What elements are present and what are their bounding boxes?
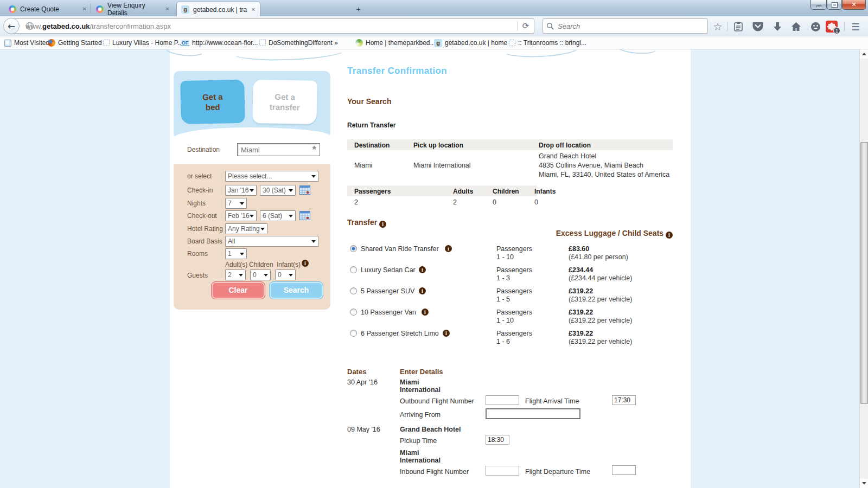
vertical-scrollbar[interactable] bbox=[859, 49, 868, 488]
calendar-icon[interactable] bbox=[299, 185, 310, 195]
tab-view-enquiry[interactable]: View Enquiry Details ✕ bbox=[92, 2, 174, 16]
children-column-label: Children bbox=[249, 261, 273, 268]
checkout-month-dropdown[interactable]: Feb '16 bbox=[225, 210, 257, 221]
arriving-from-input[interactable] bbox=[486, 408, 580, 419]
option-info-icon[interactable]: i bbox=[419, 287, 426, 294]
clear-button[interactable]: Clear bbox=[211, 281, 265, 299]
tab-close-icon[interactable]: ✕ bbox=[165, 6, 170, 12]
calendar-icon[interactable] bbox=[299, 211, 310, 220]
column-header: Destination bbox=[354, 142, 390, 149]
destination-value: Miami bbox=[354, 162, 372, 169]
reload-icon[interactable]: ⟳ bbox=[518, 21, 534, 31]
pickup-time-input[interactable] bbox=[486, 435, 509, 445]
destination-input[interactable]: Miami * bbox=[237, 143, 320, 156]
scrollbar-thumb[interactable] bbox=[860, 142, 868, 404]
adblock-icon[interactable]: 1 bbox=[826, 21, 838, 33]
board-basis-dropdown[interactable]: All bbox=[225, 236, 318, 247]
tab-close-icon[interactable]: ✕ bbox=[251, 7, 256, 12]
bookmark-dosomethingdifferent[interactable]: DoSomethingDifferent » bbox=[259, 38, 338, 48]
enter-details-heading: Enter Details bbox=[400, 368, 443, 376]
bookmark-ocean-flor[interactable]: OF http://www.ocean-flor... bbox=[181, 38, 258, 48]
passenger-range: 1 - 10 bbox=[496, 253, 514, 261]
infants-dropdown[interactable]: 0 bbox=[275, 269, 296, 280]
search-input[interactable] bbox=[557, 22, 704, 31]
excess-info-icon[interactable]: i bbox=[666, 232, 673, 239]
chevron-down-icon bbox=[250, 215, 254, 217]
dropoff-line: 4835 Collins Avenue, Miami Beach bbox=[539, 162, 643, 169]
rooms-dropdown[interactable]: 1 bbox=[225, 248, 247, 259]
download-icon[interactable] bbox=[771, 21, 783, 33]
outbound-flight-input[interactable] bbox=[486, 395, 519, 405]
infants-column-label: Infant(s) bbox=[277, 261, 301, 268]
chevron-down-icon bbox=[264, 274, 268, 277]
dropoff-line: Grand Beach Hotel bbox=[539, 152, 596, 160]
feedback-smiley-icon[interactable] bbox=[809, 21, 821, 33]
transfer-option-radio[interactable] bbox=[350, 309, 357, 316]
inbound-flight-input[interactable] bbox=[486, 466, 519, 476]
children-count: 0 bbox=[493, 198, 496, 206]
board-basis-label: Board Basis bbox=[187, 237, 222, 245]
home-icon[interactable] bbox=[790, 21, 802, 33]
inbound-location: Miami bbox=[400, 449, 419, 457]
passengers-word: Passengers bbox=[496, 245, 532, 253]
transfer-info-icon[interactable]: i bbox=[379, 221, 386, 228]
tab-close-icon[interactable]: ✕ bbox=[82, 6, 87, 12]
search-button[interactable]: Search bbox=[269, 281, 323, 299]
scroll-down-button[interactable] bbox=[860, 479, 868, 488]
checkin-month-dropdown[interactable]: Jan '16 bbox=[225, 185, 257, 196]
option-info-icon[interactable]: i bbox=[445, 245, 452, 252]
bookmark-getting-started[interactable]: Getting Started bbox=[48, 38, 102, 48]
departure-time-input[interactable] bbox=[612, 465, 636, 475]
bookmark-most-visited[interactable]: Most Visited bbox=[4, 38, 49, 48]
of-favicon: OF bbox=[181, 40, 189, 46]
pocket-icon[interactable] bbox=[752, 21, 764, 33]
tab-bar: Create Quote ✕ View Enquiry Details ✕ g … bbox=[0, 0, 868, 16]
return-transfer-label: Return Transfer bbox=[347, 121, 395, 129]
transfer-option-radio[interactable] bbox=[350, 287, 357, 294]
scroll-up-button[interactable] bbox=[860, 49, 868, 59]
chevron-down-icon bbox=[289, 274, 293, 277]
chevron-down-icon bbox=[239, 274, 243, 277]
bookmark-themeparkbed[interactable]: Home | themeparkbed... bbox=[355, 38, 436, 48]
option-info-icon[interactable]: i bbox=[422, 309, 429, 316]
default-favicon bbox=[259, 40, 266, 46]
restore-button[interactable] bbox=[827, 0, 842, 10]
passenger-range: 1 - 10 bbox=[496, 317, 514, 324]
tab-label: Create Quote bbox=[20, 5, 59, 13]
bookmark-tritonrooms[interactable]: :: Tritonrooms :: bringi... bbox=[509, 38, 586, 48]
guests-info-icon[interactable]: i bbox=[302, 260, 309, 267]
tab-getabed-active[interactable]: g getabed.co.uk | transferco... ✕ bbox=[176, 2, 260, 17]
nights-dropdown[interactable]: 7 bbox=[225, 198, 247, 209]
transfer-option-radio[interactable] bbox=[350, 245, 357, 252]
arrival-time-input[interactable] bbox=[612, 395, 636, 405]
checkout-day-dropdown[interactable]: 6 (Sat) bbox=[260, 210, 296, 221]
adults-dropdown[interactable]: 2 bbox=[225, 269, 246, 280]
menu-hamburger-icon[interactable]: ☰ bbox=[850, 21, 861, 33]
bookmark-star-icon[interactable]: ☆ bbox=[712, 21, 724, 33]
tab-get-a-bed[interactable]: Get a bed bbox=[180, 80, 245, 124]
minimize-button[interactable] bbox=[810, 0, 827, 10]
passenger-range: 1 - 3 bbox=[496, 274, 510, 282]
url-bar[interactable]: www.getabed.co.uk/transferconfirmation.a… bbox=[12, 18, 534, 34]
search-bar[interactable] bbox=[542, 18, 708, 34]
bookmark-luxury-villas[interactable]: Luxury Villas - Home P... bbox=[103, 38, 183, 48]
tab-create-quote[interactable]: Create Quote ✕ bbox=[4, 2, 91, 16]
tab-get-a-transfer[interactable]: Get a transfer bbox=[252, 80, 317, 124]
passengers-word: Passengers bbox=[496, 309, 532, 316]
option-info-icon[interactable]: i bbox=[443, 330, 450, 337]
checkin-day-dropdown[interactable]: 30 (Sat) bbox=[260, 185, 296, 196]
transfer-option-radio[interactable] bbox=[350, 330, 357, 337]
children-dropdown[interactable]: 0 bbox=[250, 269, 271, 280]
back-button[interactable]: ← bbox=[3, 18, 20, 34]
hotel-rating-dropdown[interactable]: Any Rating bbox=[225, 223, 267, 234]
transfer-option-radio[interactable] bbox=[350, 266, 357, 273]
reading-list-icon[interactable] bbox=[732, 21, 744, 33]
inbound-date: 09 May '16 bbox=[347, 426, 380, 433]
option-info-icon[interactable]: i bbox=[419, 266, 426, 273]
or-select-dropdown[interactable]: Please select... bbox=[225, 171, 318, 182]
bookmark-getabed[interactable]: g getabed.co.uk | home bbox=[434, 38, 507, 48]
new-tab-button[interactable]: + bbox=[352, 4, 366, 15]
transfer-heading: Transfer i bbox=[347, 218, 386, 228]
chevron-down-icon bbox=[260, 228, 265, 230]
close-button[interactable]: ✕ bbox=[842, 0, 866, 10]
